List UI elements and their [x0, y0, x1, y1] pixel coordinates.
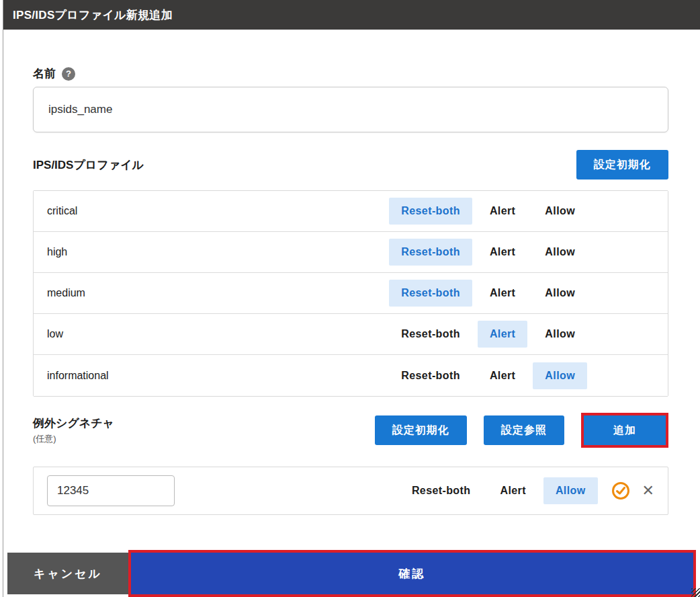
add-button-highlight-frame: 追加	[581, 413, 668, 448]
severity-row: critical Reset-bothAlertAllow	[34, 191, 668, 232]
option-alert[interactable]: Alert	[478, 362, 527, 389]
help-icon[interactable]: ?	[62, 67, 75, 81]
close-icon[interactable]: ✕	[641, 482, 656, 500]
dialog-title-bar: IPS/IDSプロファイル新規追加	[3, 0, 700, 30]
severity-option-group: Reset-bothAlertAllow	[389, 239, 587, 266]
exception-option-group: Reset-bothAlertAllow	[400, 477, 598, 504]
exception-section-header: 例外シグネチャ (任意) 設定初期化設定参照追加	[33, 413, 668, 448]
severity-option-group: Reset-bothAlertAllow	[389, 321, 587, 348]
severity-label: low	[47, 328, 63, 340]
option-reset-both[interactable]: Reset-both	[389, 239, 472, 266]
check-circle-icon[interactable]	[611, 481, 630, 500]
severity-row: medium Reset-bothAlertAllow	[34, 273, 668, 314]
severity-table: critical Reset-bothAlertAllow high Reset…	[33, 190, 668, 397]
exception-button-row: 設定初期化設定参照追加	[375, 413, 668, 448]
confirm-button[interactable]: 確認	[131, 553, 693, 594]
dialog-content: 名前 ? IPS/IDSプロファイル 設定初期化 critical Reset-…	[3, 66, 700, 515]
name-input[interactable]	[33, 87, 668, 132]
footer: キャンセル 確認	[3, 550, 700, 597]
option-allow[interactable]: Allow	[533, 362, 587, 389]
option-allow[interactable]: Allow	[533, 280, 587, 307]
severity-row: low Reset-bothAlertAllow	[34, 314, 668, 355]
exception-section-label: 例外シグネチャ	[33, 415, 114, 431]
optional-note: (任意)	[33, 433, 114, 445]
option-reset-both[interactable]: Reset-both	[389, 362, 472, 389]
option-alert[interactable]: Alert	[478, 239, 527, 266]
option-alert[interactable]: Alert	[478, 198, 527, 225]
exception-table: Reset-bothAlertAllow ✕	[33, 467, 668, 515]
exception-label-block: 例外シグネチャ (任意)	[33, 415, 114, 445]
exception-icon-group: ✕	[611, 481, 656, 500]
option-allow[interactable]: Allow	[533, 239, 587, 266]
severity-option-group: Reset-bothAlertAllow	[389, 362, 587, 389]
profile-reset-button[interactable]: 設定初期化	[576, 150, 668, 180]
severity-label: informational	[47, 370, 109, 382]
option-allow[interactable]: Allow	[533, 321, 587, 348]
option-alert[interactable]: Alert	[488, 477, 537, 504]
severity-row: informational Reset-bothAlertAllow	[34, 355, 668, 396]
exception-row: Reset-bothAlertAllow ✕	[34, 467, 668, 514]
exception-button-0[interactable]: 設定初期化	[375, 415, 467, 445]
severity-label: critical	[47, 205, 77, 217]
name-label: 名前	[33, 66, 56, 81]
confirm-highlight-frame: 確認	[128, 550, 696, 597]
signature-input[interactable]	[47, 475, 175, 506]
dialog: IPS/IDSプロファイル新規追加 名前 ? IPS/IDSプロファイル 設定初…	[3, 0, 700, 597]
exception-button-2[interactable]: 追加	[584, 415, 666, 445]
option-reset-both[interactable]: Reset-both	[389, 321, 472, 348]
option-allow[interactable]: Allow	[533, 198, 587, 225]
option-allow[interactable]: Allow	[543, 477, 598, 504]
profile-section-header: IPS/IDSプロファイル 設定初期化	[33, 150, 668, 180]
severity-label: medium	[47, 287, 85, 299]
option-reset-both[interactable]: Reset-both	[389, 198, 472, 225]
option-alert[interactable]: Alert	[478, 321, 527, 348]
dialog-title: IPS/IDSプロファイル新規追加	[13, 7, 173, 23]
exception-button-1[interactable]: 設定参照	[484, 415, 564, 445]
resize-grip-icon[interactable]	[691, 588, 700, 597]
severity-label: high	[47, 246, 67, 258]
option-reset-both[interactable]: Reset-both	[400, 477, 483, 504]
name-label-row: 名前 ?	[33, 66, 668, 81]
option-alert[interactable]: Alert	[478, 280, 527, 307]
severity-option-group: Reset-bothAlertAllow	[389, 280, 587, 307]
severity-option-group: Reset-bothAlertAllow	[389, 198, 587, 225]
profile-section-label: IPS/IDSプロファイル	[33, 157, 144, 173]
severity-row: high Reset-bothAlertAllow	[34, 232, 668, 273]
cancel-button[interactable]: キャンセル	[7, 553, 128, 594]
option-reset-both[interactable]: Reset-both	[389, 280, 472, 307]
